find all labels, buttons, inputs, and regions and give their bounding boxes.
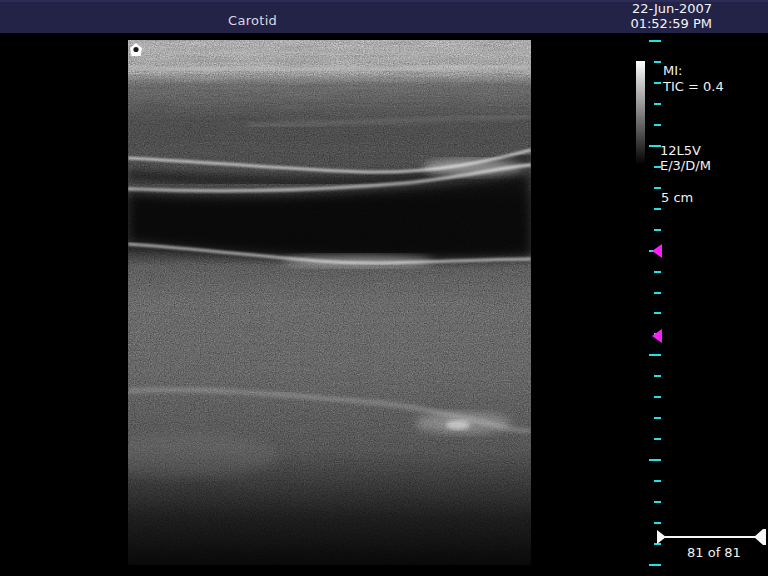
orientation-marker-icon xyxy=(129,42,143,56)
transducer-block: 12L5V E/3/D/M xyxy=(660,144,711,173)
frame-counter: 81 of 81 xyxy=(687,545,741,560)
ruler-minor-tick xyxy=(654,375,661,377)
focal-zone-marker-icon[interactable] xyxy=(652,329,662,343)
processing-label: E/3/D/M xyxy=(660,159,711,174)
exam-type-title: Carotid xyxy=(228,13,277,28)
ruler-minor-tick xyxy=(654,229,661,231)
cine-end-stop-icon[interactable] xyxy=(763,529,766,545)
depth-label: 5 cm xyxy=(661,190,693,205)
tic-value: TIC = 0.4 xyxy=(663,79,724,95)
cine-position-end-icon[interactable] xyxy=(754,529,763,545)
cine-track[interactable] xyxy=(665,536,756,538)
focal-zone-marker-icon[interactable] xyxy=(652,244,662,258)
title-bar: Carotid 22-Jun-2007 01:52:59 PM xyxy=(0,0,768,33)
ruler-minor-tick xyxy=(654,124,661,126)
ruler-minor-tick xyxy=(654,61,661,63)
ruler-minor-tick xyxy=(654,501,661,503)
ultrasound-image[interactable] xyxy=(128,40,531,565)
ruler-minor-tick xyxy=(654,396,661,398)
time-text: 01:52:59 PM xyxy=(630,16,712,31)
ruler-minor-tick xyxy=(654,208,661,210)
grayscale-bar xyxy=(636,61,645,165)
ultrasound-speckle xyxy=(128,40,531,565)
ruler-major-tick xyxy=(649,564,661,566)
ruler-minor-tick xyxy=(654,292,661,294)
ruler-major-tick xyxy=(649,459,661,461)
ruler-minor-tick xyxy=(654,522,661,524)
ruler-minor-tick xyxy=(654,82,661,84)
ultrasound-screen: Carotid 22-Jun-2007 01:52:59 PM xyxy=(0,0,768,576)
ruler-minor-tick xyxy=(654,438,661,440)
date-text: 22-Jun-2007 xyxy=(630,1,712,16)
ruler-minor-tick xyxy=(654,480,661,482)
ruler-major-tick xyxy=(649,40,661,42)
ruler-minor-tick xyxy=(654,103,661,105)
ruler-minor-tick xyxy=(654,271,661,273)
transducer-label: 12L5V xyxy=(660,144,711,159)
ruler-major-tick xyxy=(649,354,661,356)
mi-readout: MI: TIC = 0.4 xyxy=(663,63,724,95)
ruler-minor-tick xyxy=(654,417,661,419)
ruler-minor-tick xyxy=(654,187,661,189)
ruler-minor-tick xyxy=(654,312,661,314)
datetime-display: 22-Jun-2007 01:52:59 PM xyxy=(630,1,712,31)
mi-label: MI: xyxy=(663,63,724,79)
